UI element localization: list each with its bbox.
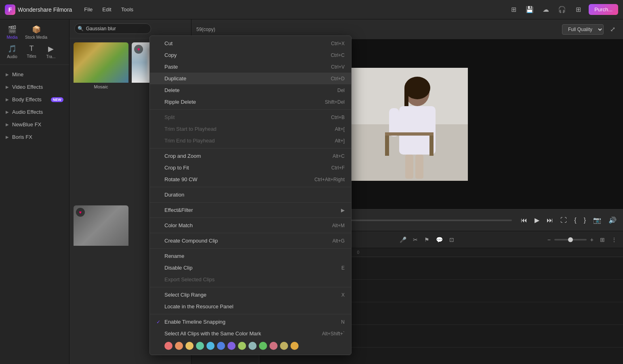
tool-media[interactable]: 🎬 Media [3,23,21,41]
play-button[interactable]: ▶ [533,215,541,226]
color-swatch-3[interactable] [196,342,204,350]
quality-select[interactable]: Full Quality 1/2 Quality 1/4 Quality [562,24,604,35]
ctx-locate-resource[interactable]: Locate in the Resource Panel [150,301,351,312]
fullscreen-icon[interactable]: ⛶ [559,215,568,226]
ctx-delete-label: Delete [164,87,180,93]
zoom-thumb[interactable] [568,237,573,242]
volume-icon[interactable]: 🔊 [607,215,618,226]
tool-titles[interactable]: T Titles [23,43,40,61]
ctx-crop-fit-shortcut: Ctrl+F [331,165,345,171]
media-item-mosaic[interactable]: Mosaic [74,42,129,202]
sidebar-item-mine[interactable]: ▶ Mine [0,68,69,81]
ctx-rename[interactable]: Rename [150,250,351,262]
ctx-disable-clip[interactable]: Disable Clip E [150,262,351,274]
ctx-color-match[interactable]: Color Match Alt+M [150,220,351,231]
snapshot-icon[interactable]: 📷 [591,215,603,226]
color-swatch-6[interactable] [227,342,236,350]
tool-stock[interactable]: 📦 Stock Media [23,23,50,41]
grid-icon[interactable]: ⊞ [572,4,584,15]
ctx-trim-end-label: Trim End to Playhead [164,138,215,144]
zoom-slider: − + [545,235,596,245]
ctx-copy[interactable]: Copy Ctrl+C [150,49,351,61]
layout-icon[interactable]: ⊞ [508,4,519,15]
mark-out-icon[interactable]: } [582,215,587,226]
app-name: Wondershare Filmora [18,6,72,13]
ctx-compound-clip[interactable]: Create Compound Clip Alt+G [150,235,351,247]
ctx-enable-snapping-label: Enable Timeline Snapping [164,319,225,325]
ctx-ripple-delete[interactable]: Ripple Delete Shift+Del [150,96,351,108]
mark-in-icon[interactable]: { [572,215,578,226]
sidebar-item-newblue-fx[interactable]: ▶ NewBlue FX [0,118,69,131]
ctx-enable-snapping[interactable]: ✓ Enable Timeline Snapping N [150,316,351,328]
ctx-trim-end: Trim End to Playhead Alt+] [150,135,351,146]
tool-audio-label: Audio [7,54,17,59]
color-swatch-5[interactable] [217,342,225,350]
color-swatch-8[interactable] [248,342,257,350]
color-swatch-9[interactable] [259,342,267,350]
tl-captions-icon[interactable]: 💬 [434,235,445,245]
media-label [74,246,129,249]
tl-marker-icon[interactable]: ⚑ [422,235,431,245]
ctx-cut-label: Cut [164,40,173,46]
ctx-crop-fit[interactable]: Crop to Fit Ctrl+F [150,162,351,174]
ctx-effect-filter[interactable]: Effect&Filter ▶ [150,204,351,216]
zoom-track[interactable] [554,239,587,241]
media-item-blur3[interactable]: ♥ [74,205,129,360]
color-swatch-4[interactable] [206,342,215,350]
tl-grid-icon[interactable]: ⊞ [598,235,607,245]
ctx-duration[interactable]: Duration [150,189,351,201]
ctx-cut[interactable]: Cut Ctrl+X [150,38,351,49]
sidebar-item-boris-fx[interactable]: ▶ Boris FX [0,131,69,143]
color-swatch-7[interactable] [238,342,246,350]
ctx-separator-6 [150,233,351,233]
zoom-out-icon[interactable]: − [545,235,553,245]
ctx-delete[interactable]: Delete Del [150,84,351,96]
menu-tools[interactable]: Tools [117,4,137,15]
app-logo-icon: F [5,4,15,15]
app-logo: F Wondershare Filmora [5,4,72,15]
sidebar-item-body-effects[interactable]: ▶ Body Effects NEW [0,93,69,106]
tool-transitions[interactable]: ▶ Tra... [42,43,60,61]
color-swatch-12[interactable] [290,342,299,350]
purchase-button[interactable]: Purch... [589,4,618,15]
zoom-in-icon[interactable]: + [588,235,596,245]
chevron-icon: ▶ [6,85,9,89]
chevron-icon: ▶ [6,135,9,139]
ctx-rotate[interactable]: Rotate 90 CW Ctrl+Alt+Right [150,174,351,185]
tl-more-icon[interactable]: ⋮ [609,235,619,245]
tool-audio[interactable]: 🎵 Audio [3,43,21,61]
tl-trim-icon[interactable]: ✂ [411,235,420,245]
ctx-select-color-mark[interactable]: Select All Clips with the Same Color Mar… [150,328,351,339]
ctx-select-clip-range[interactable]: Select Clip Range X [150,289,351,301]
ctx-check-snapping: ✓ [156,319,163,325]
search-input[interactable] [74,23,151,34]
tl-overlay-icon[interactable]: ⊡ [447,235,456,245]
menu-file[interactable]: File [80,4,97,15]
ctx-paste-shortcut: Ctrl+V [331,64,345,70]
sidebar-item-audio-effects[interactable]: ▶ Audio Effects [0,106,69,118]
save-icon[interactable]: 💾 [524,4,535,15]
sidebar-item-video-effects[interactable]: ▶ Video Effects [0,81,69,93]
tl-mic-icon[interactable]: 🎤 [398,235,408,245]
headphones-icon[interactable]: 🎧 [556,4,568,15]
ctx-separator-5 [150,218,351,218]
play-next-icon[interactable]: ⏭ [545,215,555,226]
top-bar-right: ⊞ 💾 ☁ 🎧 ⊞ Purch... [508,4,618,15]
menu-edit[interactable]: Edit [98,4,115,15]
color-swatch-0[interactable] [164,342,173,350]
cloud-icon[interactable]: ☁ [540,4,551,15]
chevron-icon: ▶ [6,72,9,77]
ctx-enable-snapping-shortcut: N [341,319,345,325]
preview-expand-icon[interactable]: ⤢ [607,24,618,35]
color-swatch-2[interactable] [185,342,194,350]
ctx-crop-zoom-label: Crop and Zoom [164,153,201,159]
ctx-color-match-label: Color Match [164,222,193,228]
color-swatch-10[interactable] [269,342,278,350]
color-swatch-11[interactable] [280,342,288,350]
ctx-crop-zoom-shortcut: Alt+C [333,153,345,159]
ctx-paste[interactable]: Paste Ctrl+V [150,61,351,73]
ctx-crop-zoom[interactable]: Crop and Zoom Alt+C [150,150,351,162]
play-icon[interactable]: ⏮ [519,215,529,226]
ctx-duplicate[interactable]: Duplicate Ctrl+D [150,73,351,84]
color-swatch-1[interactable] [175,342,183,350]
